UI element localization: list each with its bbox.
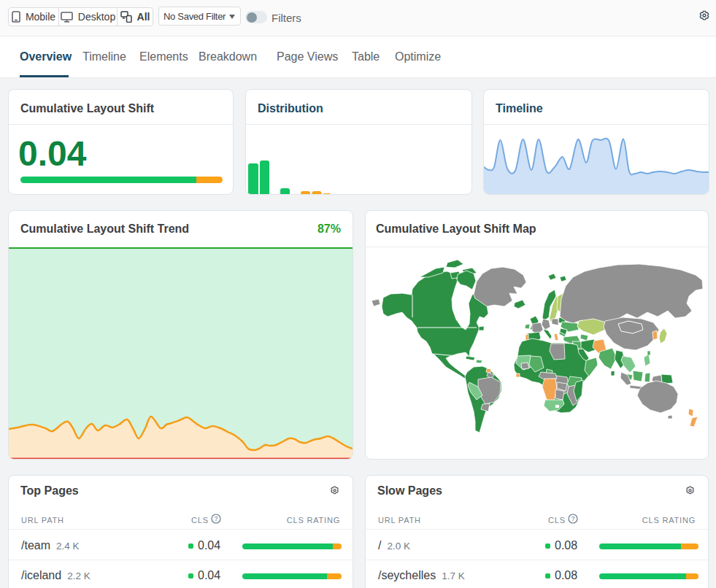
svg-text:?: ? [571, 515, 574, 522]
svg-text:?: ? [214, 515, 218, 522]
